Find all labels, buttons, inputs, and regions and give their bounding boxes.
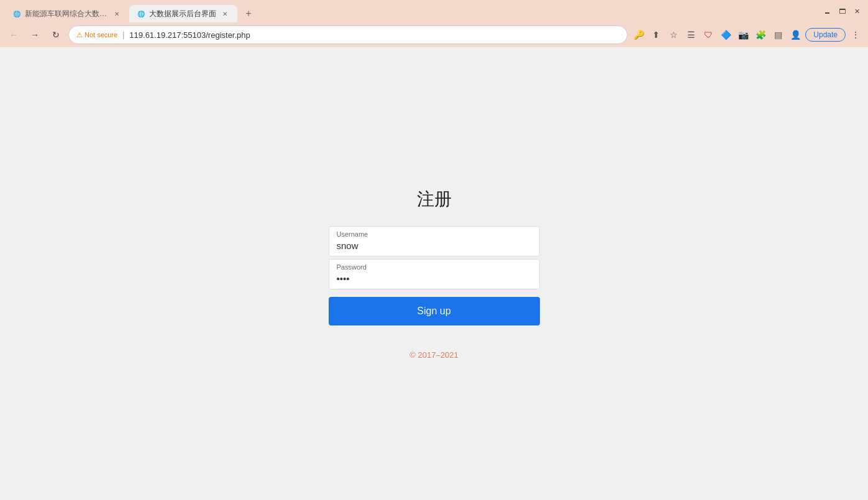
extensions-icon[interactable]: 🧩 — [753, 27, 768, 42]
back-button[interactable]: ← — [5, 26, 22, 43]
warning-triangle-icon: ⚠ — [76, 31, 83, 39]
password-field-group: Password — [329, 259, 540, 289]
extension-icon[interactable]: 🔷 — [718, 27, 733, 42]
reload-button[interactable]: ↻ — [47, 26, 65, 43]
address-bar[interactable]: ⚠ Not secure | 119.61.19.217:55103/regis… — [68, 25, 628, 44]
page-title: 注册 — [417, 188, 452, 211]
camera-icon[interactable]: 📷 — [736, 27, 751, 42]
share-icon[interactable]: ⬆ — [649, 27, 664, 42]
menu-button[interactable]: ⋮ — [848, 27, 863, 42]
tab2-close-button[interactable]: ✕ — [220, 9, 230, 19]
username-field-group: Username — [329, 226, 540, 257]
tab2-title: 大数据展示后台界面 — [149, 9, 216, 19]
window-controls: 🗕 🗖 ✕ — [821, 5, 863, 17]
forward-button[interactable]: → — [26, 26, 43, 43]
username-label: Username — [337, 230, 532, 238]
address-divider: | — [122, 30, 124, 39]
toolbar-icons: 🔑 ⬆ ☆ ☰ 🛡 🔷 📷 🧩 ▤ 👤 Update ⋮ — [631, 27, 863, 42]
address-bar-row: ← → ↻ ⚠ Not secure | 119.61.19.217:55103… — [0, 22, 868, 47]
update-button[interactable]: Update — [805, 28, 846, 42]
maximize-button[interactable]: 🗖 — [836, 5, 848, 17]
profile-icon[interactable]: 👤 — [788, 27, 803, 42]
minimize-button[interactable]: 🗕 — [821, 5, 833, 17]
tab1-title: 新能源车联网综合大数据平台 — [25, 9, 108, 19]
tab-2[interactable]: 🌐 大数据展示后台界面 ✕ — [129, 5, 237, 22]
browser-chrome: 🌐 新能源车联网综合大数据平台 ✕ 🌐 大数据展示后台界面 ✕ + 🗕 🗖 ✕ … — [0, 0, 868, 47]
ublock-icon[interactable]: 🛡 — [701, 27, 716, 42]
password-input[interactable] — [337, 272, 532, 285]
not-secure-label: Not secure — [85, 31, 117, 39]
username-input[interactable] — [337, 239, 532, 252]
bookmark-icon[interactable]: ☆ — [666, 27, 681, 42]
register-container: 注册 Username Password Sign up © 2017–2021 — [329, 188, 540, 360]
tab1-favicon: 🌐 — [12, 9, 21, 18]
new-tab-button[interactable]: + — [240, 5, 257, 22]
tab2-favicon: 🌐 — [137, 9, 145, 18]
security-warning-icon: ⚠ Not secure — [76, 31, 117, 39]
reader-mode-icon[interactable]: ☰ — [683, 27, 698, 42]
tab1-close-button[interactable]: ✕ — [112, 9, 122, 19]
tabs-container: 🌐 新能源车联网综合大数据平台 ✕ 🌐 大数据展示后台界面 ✕ + — [5, 0, 816, 22]
password-label: Password — [337, 263, 532, 271]
title-bar: 🌐 新能源车联网综合大数据平台 ✕ 🌐 大数据展示后台界面 ✕ + 🗕 🗖 ✕ — [0, 0, 868, 22]
password-manager-icon[interactable]: 🔑 — [631, 27, 646, 42]
page-content: 注册 Username Password Sign up © 2017–2021 — [0, 47, 868, 500]
footer-text: © 2017–2021 — [409, 350, 458, 360]
signup-button[interactable]: Sign up — [329, 297, 540, 325]
close-button[interactable]: ✕ — [851, 5, 863, 17]
url-text: 119.61.19.217:55103/register.php — [129, 30, 619, 40]
tab-1[interactable]: 🌐 新能源车联网综合大数据平台 ✕ — [5, 5, 129, 22]
sidebar-icon[interactable]: ▤ — [770, 27, 785, 42]
